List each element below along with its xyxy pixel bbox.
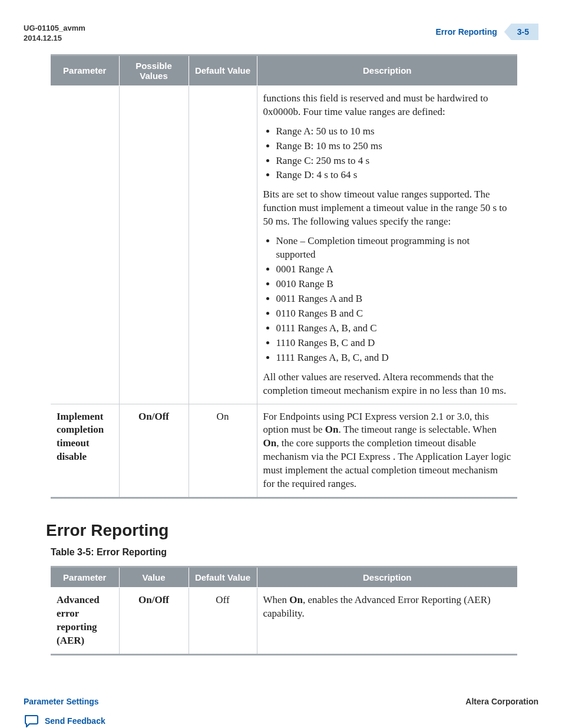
cell-param: Advanced error reporting (AER) <box>51 588 119 655</box>
cell-param: Implement completion timeout disable <box>51 404 119 498</box>
list-item: Range A: 50 us to 10 ms <box>276 125 512 139</box>
cell-param <box>51 85 119 404</box>
cell-default: On <box>189 404 257 498</box>
list-item: 1110 Ranges B, C and D <box>276 337 512 350</box>
desc-para: For Endpoints using PCI Express version … <box>263 410 512 492</box>
desc-list-ranges: Range A: 50 us to 10 ms Range B: 10 ms t… <box>263 125 512 183</box>
desc-list-bits: None – Completion timeout programming is… <box>263 235 512 364</box>
cell-values: On/Off <box>119 588 189 655</box>
doc-id-block: UG-01105_avmm 2014.12.15 <box>24 24 85 44</box>
send-feedback-link[interactable]: Send Feedback <box>24 714 538 727</box>
cell-values: On/Off <box>119 404 189 498</box>
desc-para: All other values are reserved. Altera re… <box>263 371 512 398</box>
footer-row: Parameter Settings Altera Corporation <box>24 697 538 706</box>
desc-para: When On, enables the Advanced Error Repo… <box>263 594 512 621</box>
list-item: 0110 Ranges B and C <box>276 307 512 321</box>
list-item: Range B: 10 ms to 250 ms <box>276 140 512 153</box>
table-caption: Table 3-5: Error Reporting <box>51 547 538 558</box>
table-header-row: Parameter Possible Values Default Value … <box>51 55 517 85</box>
table-row: Implement completion timeout disable On/… <box>51 404 517 498</box>
list-item: None – Completion timeout programming is… <box>276 235 512 262</box>
th-parameter: Parameter <box>51 55 119 85</box>
list-item: 0001 Range A <box>276 263 512 276</box>
header-right: Error Reporting 3-5 <box>436 24 538 40</box>
error-reporting-table: Parameter Value Default Value Descriptio… <box>51 566 517 655</box>
send-feedback-label: Send Feedback <box>45 716 105 726</box>
th-possible-values: Possible Values <box>119 55 189 85</box>
parameters-table-continued: Parameter Possible Values Default Value … <box>51 54 517 499</box>
page-header: UG-01105_avmm 2014.12.15 Error Reporting… <box>24 24 538 44</box>
th-description: Description <box>257 55 517 85</box>
desc-para: Bits are set to show timeout value range… <box>263 188 512 229</box>
header-section-link[interactable]: Error Reporting <box>436 27 504 37</box>
footer-left-link[interactable]: Parameter Settings <box>24 697 99 706</box>
page-footer: Parameter Settings Altera Corporation Se… <box>24 697 538 727</box>
list-item: 0111 Ranges A, B, and C <box>276 322 512 335</box>
list-item: 0010 Range B <box>276 278 512 291</box>
th-default-value: Default Value <box>189 55 257 85</box>
table-row: Advanced error reporting (AER) On/Off Of… <box>51 588 517 655</box>
cell-description: When On, enables the Advanced Error Repo… <box>257 588 517 655</box>
cell-default: Off <box>189 588 257 655</box>
th-default-value: Default Value <box>189 567 257 588</box>
section-heading: Error Reporting <box>46 521 538 540</box>
speech-bubble-icon <box>24 714 39 727</box>
th-description: Description <box>257 567 517 588</box>
list-item: Range C: 250 ms to 4 s <box>276 154 512 168</box>
list-item: 0011 Ranges A and B <box>276 292 512 306</box>
th-parameter: Parameter <box>51 567 119 588</box>
footer-company: Altera Corporation <box>465 697 538 706</box>
table-row: functions this field is reserved and mus… <box>51 85 517 404</box>
list-item: 1111 Ranges A, B, C, and D <box>276 351 512 365</box>
table-header-row: Parameter Value Default Value Descriptio… <box>51 567 517 588</box>
list-item: Range D: 4 s to 64 s <box>276 169 512 182</box>
page-number-tag: 3-5 <box>504 24 538 40</box>
cell-description: For Endpoints using PCI Express version … <box>257 404 517 498</box>
doc-id: UG-01105_avmm <box>24 24 85 34</box>
desc-para: functions this field is reserved and mus… <box>263 92 512 119</box>
cell-default <box>189 85 257 404</box>
th-value: Value <box>119 567 189 588</box>
cell-description: functions this field is reserved and mus… <box>257 85 517 404</box>
doc-date: 2014.12.15 <box>24 34 85 44</box>
cell-values <box>119 85 189 404</box>
